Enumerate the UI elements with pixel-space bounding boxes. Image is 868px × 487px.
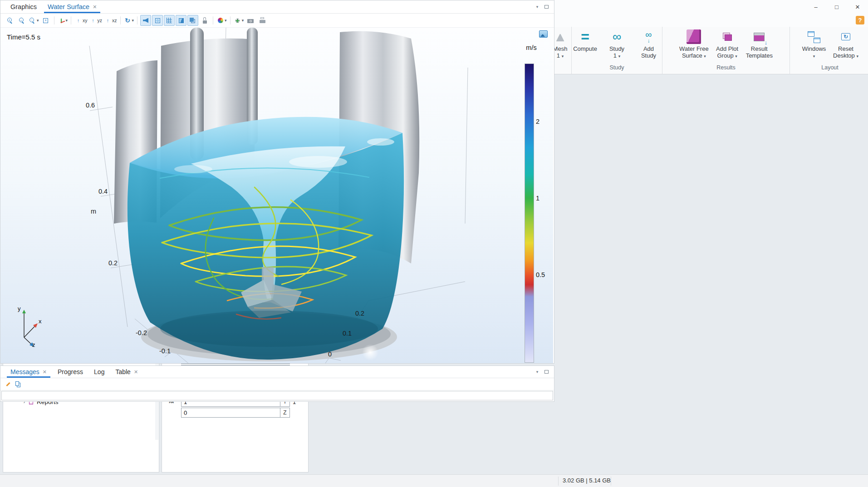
add-study-icon bbox=[642, 29, 656, 44]
view-xz-icon[interactable]: xz bbox=[103, 15, 118, 26]
result-templates-icon bbox=[752, 29, 766, 44]
messages-content[interactable] bbox=[1, 391, 553, 400]
axis-cell: Z bbox=[280, 408, 289, 417]
chevron-down-icon: ▾ bbox=[37, 18, 39, 23]
time-annotation: Time=5.5 s bbox=[7, 33, 40, 41]
show-material-color-icon[interactable] bbox=[176, 15, 186, 26]
messages-tab[interactable]: Log bbox=[88, 366, 110, 378]
mixer-3d-plot bbox=[0, 28, 553, 363]
triad-y-label: y bbox=[18, 305, 21, 312]
close-tab-icon[interactable]: ✕ bbox=[134, 369, 138, 375]
chevron-down-icon: ▾ bbox=[225, 18, 227, 23]
maximize-button[interactable]: □ bbox=[826, 0, 847, 14]
ribbon-group-label: Layout bbox=[790, 64, 868, 74]
chevron-down-icon: ▾ bbox=[562, 54, 564, 58]
axis-tick-label: 0 bbox=[328, 351, 332, 358]
colorbar-tick: 0.5 bbox=[536, 271, 545, 278]
axis-tick-label: 0.6 bbox=[86, 102, 95, 109]
ribbon-button[interactable]: Compute bbox=[570, 28, 601, 64]
ribbon-button[interactable]: Study1 ▾ bbox=[602, 28, 633, 64]
float-panel-icon[interactable] bbox=[543, 369, 549, 375]
menu-caret-icon[interactable] bbox=[534, 369, 540, 375]
ribbon-button[interactable]: Windows ▾ bbox=[799, 28, 829, 64]
graphics-toolbar: ▾ bbox=[0, 14, 554, 28]
axis-tick-label: 0.2 bbox=[355, 310, 364, 317]
ribbon-group-label: Study bbox=[572, 64, 662, 74]
water-free-surface-icon bbox=[687, 29, 701, 44]
color-theme-icon[interactable]: ▾ bbox=[216, 15, 227, 26]
close-tab-icon[interactable]: ✕ bbox=[43, 369, 47, 375]
triad-x-label: x bbox=[39, 318, 42, 325]
reset-desktop-icon bbox=[839, 29, 853, 44]
axis-unit-label: m bbox=[91, 208, 96, 215]
zoom-box-icon[interactable]: ▾ bbox=[28, 15, 39, 26]
chevron-down-icon: ▾ bbox=[704, 54, 706, 58]
view-xy-icon[interactable]: xy bbox=[74, 15, 88, 26]
comsol-window: free_surface_mixer_ls.mph - COMSOL Multi… bbox=[0, 0, 868, 487]
copy-messages-icon[interactable] bbox=[15, 380, 22, 388]
messages-toolbar bbox=[0, 378, 554, 390]
zoom-in-icon[interactable] bbox=[5, 15, 15, 26]
ribbon-group-label: Results bbox=[662, 64, 790, 74]
status-bar: 3.02 GB | 5.14 GB bbox=[0, 474, 868, 487]
colorbar-tick: 1 bbox=[536, 195, 539, 202]
minimize-button[interactable]: – bbox=[805, 0, 826, 14]
windows-icon bbox=[807, 29, 821, 44]
ribbon-button[interactable]: ResetDesktop ▾ bbox=[830, 28, 861, 64]
help-icon[interactable]: ? bbox=[856, 16, 864, 24]
rotate-icon[interactable]: ▾ bbox=[123, 15, 135, 26]
rotation-axis-row: Z bbox=[181, 408, 290, 418]
scene-light-icon[interactable] bbox=[140, 15, 151, 26]
messages-tab[interactable]: Table ✕ bbox=[110, 366, 143, 378]
chevron-down-icon: ▾ bbox=[813, 54, 815, 58]
ribbon-button[interactable]: Add PlotGroup ▾ bbox=[712, 28, 743, 64]
mesh-1-icon bbox=[553, 29, 568, 44]
show-grid-icon[interactable] bbox=[164, 15, 175, 26]
colorbar-unit: m/s bbox=[522, 44, 540, 51]
zoom-out-icon[interactable] bbox=[16, 15, 27, 26]
graphics-canvas[interactable]: Time=5.5 s m/s 2 1 0.5 0.6 0.4 m 0.2 -0.… bbox=[0, 28, 553, 363]
axis-tick-label: 0.2 bbox=[108, 259, 118, 267]
camera-icon[interactable] bbox=[245, 15, 256, 26]
chevron-down-icon: ▾ bbox=[66, 18, 68, 23]
lock-icon[interactable] bbox=[199, 15, 210, 26]
show-selection-icon[interactable] bbox=[187, 15, 198, 26]
messages-panel: Messages ✕ Progress Log bbox=[0, 365, 554, 402]
environment-icon[interactable] bbox=[152, 15, 163, 26]
rotation-axis-input[interactable] bbox=[181, 408, 280, 417]
axis-tick-label: -0.2 bbox=[136, 329, 147, 336]
ribbon-button[interactable]: Water FreeSurface ▾ bbox=[677, 28, 711, 64]
graphics-tab[interactable]: Water Surface ✕ bbox=[42, 0, 102, 13]
messages-tab[interactable]: Messages ✕ bbox=[5, 366, 52, 378]
compute-icon bbox=[578, 29, 593, 44]
chevron-down-icon: ▾ bbox=[618, 54, 621, 58]
chevron-down-icon: ▾ bbox=[132, 18, 134, 23]
ribbon-button[interactable]: AddStudy bbox=[633, 28, 664, 64]
float-panel-icon[interactable] bbox=[543, 4, 549, 10]
graphics-window: Graphics Water Surface ✕ bbox=[0, 0, 554, 364]
view-yz-icon[interactable]: yz bbox=[89, 15, 103, 26]
chevron-down-icon: ▾ bbox=[856, 54, 858, 58]
close-tab-icon[interactable]: ✕ bbox=[93, 4, 97, 10]
triad-z-label: z bbox=[32, 341, 35, 348]
add-plot-group-icon bbox=[720, 29, 735, 44]
go-to-view-icon[interactable]: ▾ bbox=[57, 15, 69, 26]
scene-settings-icon[interactable]: ▾ bbox=[233, 15, 245, 26]
ribbon-button[interactable]: ResultTemplates bbox=[744, 28, 775, 64]
close-button[interactable]: ✕ bbox=[847, 0, 868, 14]
snapshot-icon[interactable] bbox=[539, 30, 548, 38]
axis-tick-label: 0.1 bbox=[343, 330, 352, 337]
clear-messages-icon[interactable] bbox=[4, 380, 12, 388]
menu-caret-icon[interactable] bbox=[534, 4, 540, 10]
memory-usage: 3.02 GB | 5.14 GB bbox=[563, 477, 611, 484]
study-1-icon bbox=[610, 29, 624, 44]
graphics-tab[interactable]: Graphics bbox=[5, 0, 42, 13]
messages-tab[interactable]: Progress bbox=[52, 366, 88, 378]
chevron-down-icon: ▾ bbox=[735, 54, 737, 58]
colorbar-tick: 2 bbox=[536, 118, 539, 125]
axis-tick-label: -0.1 bbox=[159, 347, 171, 355]
axis-triad: y x z bbox=[12, 305, 46, 349]
print-icon[interactable] bbox=[257, 15, 268, 26]
colorbar bbox=[525, 63, 534, 363]
zoom-extents-icon[interactable] bbox=[40, 15, 51, 26]
